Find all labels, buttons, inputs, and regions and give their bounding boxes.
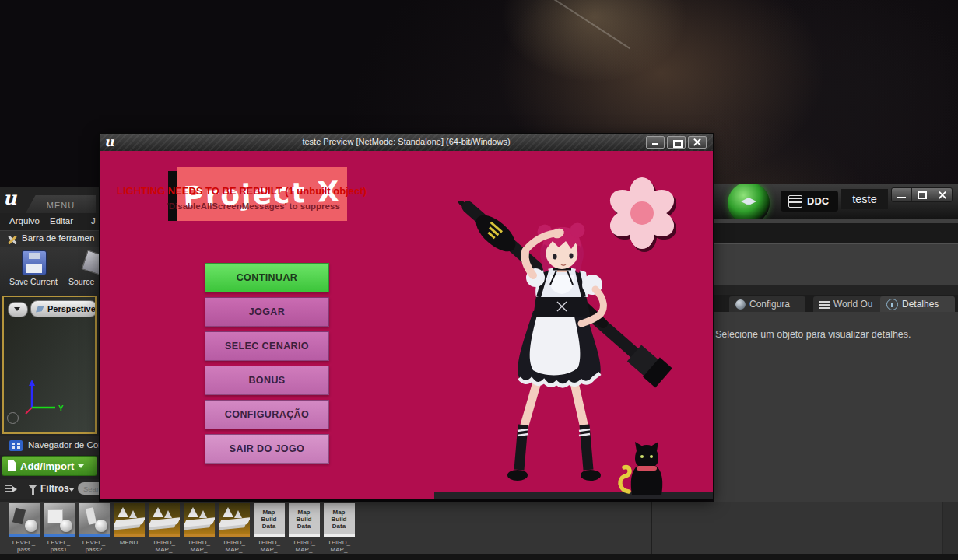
tools-icon [6,234,19,245]
menu-editar[interactable]: Editar [50,216,73,226]
tab-label: World Ou [833,299,872,310]
globe-icon [735,299,746,310]
panel-spacer [714,223,958,243]
panel-divider[interactable] [651,502,651,555]
toolbar-section: Barra de ferramen [0,230,99,247]
asset-type-underline [254,534,285,537]
asset-grid: LEVEL_pass LEVEL_pass1 LEVEL_pass2 MENU [0,503,355,560]
server-icon [788,195,802,208]
asset-map-build-data[interactable]: Map Build Data THIRD_MAP_PRINCIPAL [288,503,320,560]
asset-level-pass1[interactable]: LEVEL_pass1 [43,503,75,560]
asset-menu-map[interactable]: MENU [113,503,145,560]
asset-thumbnail [9,503,40,534]
panel-divider[interactable] [942,502,943,555]
jogar-button[interactable]: JOGAR [205,297,329,327]
rotate-icon[interactable] [7,412,19,424]
viewport[interactable]: Perspective Y [2,296,97,434]
viewport-options-button[interactable] [8,302,28,317]
close-icon [932,188,952,201]
info-icon [886,299,898,310]
source-control-button[interactable]: Source [68,277,94,286]
graduation-cap-icon [741,198,756,208]
add-import-label: Add/Import [20,460,74,472]
asset-type-underline [79,534,110,537]
tab-configuracoes[interactable]: Configura [729,296,805,312]
maximize-button[interactable] [667,136,686,149]
asset-thumbnail [114,503,145,534]
game-preview-window: u teste Preview [NetMode: Standalone] (6… [99,133,714,499]
tab-world-outliner[interactable]: World Ou [813,296,888,312]
asset-type-underline [44,534,75,537]
perspective-label: Perspective [47,304,96,313]
chevron-down-icon [68,488,75,492]
minimize-icon [892,188,911,201]
asset-thumbnail [149,503,180,534]
close-button[interactable] [932,188,952,201]
asset-map-build-data[interactable]: Map Build Data THIRD_MAP_PRINCIPAL [253,503,285,560]
configuracao-button[interactable]: CONFIGURAÇÃO [205,400,329,429]
tab-label: Detalhes [902,299,939,310]
camera-icon [36,306,44,313]
chevron-down-icon [14,307,20,311]
asset-label: LEVEL_pass1 [43,540,75,553]
asset-label: LEVEL_pass [8,540,40,553]
details-empty-message: Selecione um objeto para visualizar deta… [715,329,911,340]
asset-thumbnail [44,503,75,534]
asset-third-map[interactable]: THIRD_MAP_PRINCIPAL [183,503,215,560]
asset-thumbnail: Map Build Data [254,503,285,534]
asset-thumbnail [219,503,250,534]
toolbar: Save Current Source [0,247,99,296]
window-controls [891,187,953,202]
filters-button[interactable]: Filtros [40,483,69,494]
save-current-button[interactable]: Save Current [0,277,67,286]
menu-arquivo[interactable]: Arquivo [9,216,40,226]
details-panel: Selecione um objeto para visualizar deta… [714,312,958,502]
viewport-perspective-button[interactable]: Perspective [30,300,97,317]
search-input[interactable] [78,482,99,495]
asset-type-underline [219,534,250,537]
minimize-button[interactable] [892,188,912,201]
asset-label: MENU [113,540,145,547]
source-control-icon[interactable] [82,250,99,275]
axis-gizmo-icon: Y [18,375,66,418]
preview-window-title: teste Preview [NetMode: Standalone] (64-… [100,137,713,146]
asset-type-underline [114,534,145,537]
asset-thumbnail: Map Build Data [289,503,320,534]
chevron-down-icon [78,464,84,468]
minimize-button[interactable] [646,136,665,149]
asset-third-map[interactable]: THIRD_MAP_PRINCIPAL [148,503,180,560]
asset-thumbnail [79,503,110,534]
suppress-hint-text: 'DisableAllScreenMessages' to suppress [167,201,340,211]
asset-map-build-data[interactable]: Map Build Data THIRD_MAP_PRINCIPAL [323,503,355,560]
project-window-title[interactable]: teste [841,189,888,209]
preview-titlebar[interactable]: u teste Preview [NetMode: Standalone] (6… [100,134,713,151]
continuar-button[interactable]: CONTINUAR [205,263,329,292]
add-import-button[interactable]: Add/Import [2,456,97,476]
save-icon[interactable] [22,250,47,275]
tab-detalhes[interactable]: Detalhes [880,296,955,312]
close-button[interactable] [688,136,707,149]
ddc-status[interactable]: DDC [781,191,838,212]
editor-right-panel: DDC teste Configura World Ou Detalhes [714,184,958,502]
panel-spacer [943,502,958,555]
source-panel-toggle-icon[interactable] [5,484,17,494]
tab-menu[interactable]: MENU [26,195,96,213]
grid-icon [9,440,23,451]
unreal-logo-icon: u [3,187,16,209]
content-browser-panel: LEVEL_pass LEVEL_pass1 LEVEL_pass2 MENU [0,502,958,555]
maximize-button[interactable] [912,188,932,201]
asset-third-map[interactable]: THIRD_MAP_PRINCIPAL [218,503,250,560]
menu-janela-clipped[interactable]: J [91,216,96,226]
selec-cenario-button[interactable]: SELEC CENARIO [205,331,329,361]
asset-type-underline [289,534,320,537]
asset-level-pass[interactable]: LEVEL_pass [8,503,40,560]
sair-do-jogo-button[interactable]: SAIR DO JOGO [205,434,329,464]
ddc-label: DDC [807,195,829,207]
game-viewport: Project X LIGHTING NEEDS TO BE REBUILT (… [100,151,713,499]
docked-panel [714,243,958,285]
asset-level-pass2[interactable]: LEVEL_pass2 [78,503,110,560]
bonus-button[interactable]: BONUS [205,366,329,395]
window-controls [646,136,707,149]
content-browser-header[interactable]: Navegador de Con [0,436,99,455]
minimize-icon [647,137,664,148]
